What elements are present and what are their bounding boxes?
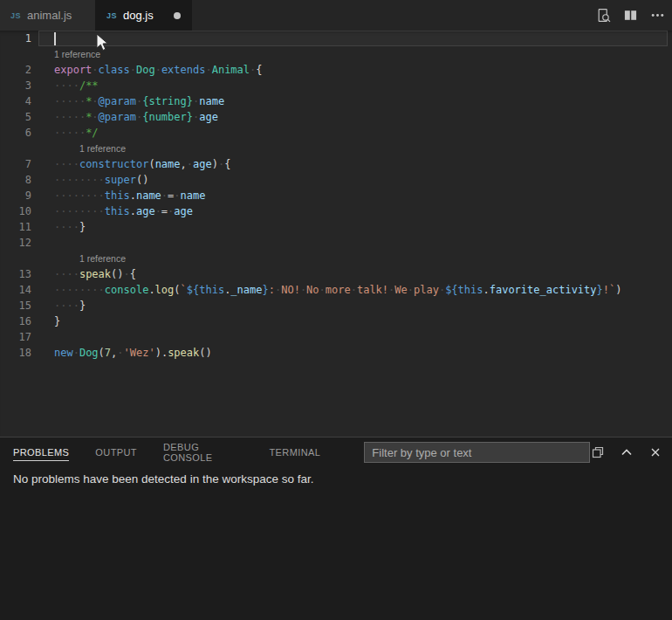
whitespace-dots: ····· [54, 127, 86, 139]
tab-animal-js[interactable]: JS animal.js [0, 0, 96, 31]
tab-dog-js[interactable]: JS dog.js [96, 0, 192, 31]
line-number[interactable]: 10 [0, 203, 38, 219]
code-line[interactable]: 5·····*·@param·{number}·age [0, 109, 672, 125]
code-line[interactable]: 15····} [0, 298, 672, 313]
line-number[interactable]: 4 [0, 93, 38, 109]
panel-tab-output[interactable]: OUTPUT [95, 444, 137, 461]
whitespace-dots: · [92, 64, 98, 76]
more-actions-icon[interactable] [649, 8, 665, 24]
panel-tab-debug-console[interactable]: DEBUG CONSOLE [163, 438, 243, 466]
code-token: speak [168, 347, 199, 359]
code-content: ········super() [38, 172, 672, 188]
line-number[interactable]: 16 [0, 313, 38, 329]
code-token: @param [99, 111, 136, 123]
code-line[interactable]: 8········super() [0, 172, 672, 188]
modified-dot-icon[interactable] [174, 12, 181, 19]
code-line[interactable]: 18new·Dog(7,·'Wez').speak() [0, 345, 672, 361]
code-token: _name [230, 284, 262, 296]
code-token: age [199, 111, 218, 123]
code-token: Animal [212, 64, 250, 76]
panel-actions [590, 444, 672, 460]
code-line[interactable]: 4·····*·@param·{string}·name [0, 93, 672, 109]
code-line[interactable]: 13····speak()·{ [0, 266, 672, 282]
code-line[interactable]: 6·····*/ [0, 125, 672, 141]
panel-header: PROBLEMS OUTPUT DEBUG CONSOLE TERMINAL [0, 437, 672, 467]
code-token: () [136, 174, 148, 186]
code-content [38, 329, 672, 345]
code-token: ( [99, 347, 105, 359]
code-token: this [199, 284, 224, 296]
line-number[interactable]: 8 [0, 172, 38, 188]
line-number[interactable]: 18 [0, 345, 38, 361]
code-line[interactable]: 2export·class·Dog·extends·Animal·{ [0, 62, 672, 78]
code-content: ·····*/ [38, 125, 672, 141]
code-token: log [155, 284, 175, 296]
line-number[interactable]: 15 [0, 298, 38, 313]
line-number[interactable]: 7 [0, 156, 38, 172]
line-number[interactable]: 6 [0, 125, 38, 141]
code-token: . [130, 189, 136, 202]
code-token: name [136, 189, 161, 202]
line-number[interactable]: 5 [0, 109, 38, 125]
code-token: {string} [142, 95, 193, 107]
code-line[interactable]: 14········console.log(`${this._name}:·NO… [0, 282, 672, 298]
line-number [0, 251, 38, 266]
code-token: play [414, 284, 439, 296]
code-token: name [181, 189, 206, 202]
code-line[interactable]: 9········this.name·=·name [0, 188, 672, 203]
code-content: } [38, 313, 672, 329]
code-token: !` [603, 284, 615, 296]
code-line[interactable]: 16} [0, 313, 672, 329]
code-content: ····speak()·{ [38, 266, 672, 282]
code-content: 1 reference [38, 251, 672, 266]
code-token: { [256, 64, 262, 76]
code-token: name [155, 158, 181, 170]
code-token: {number} [142, 111, 193, 123]
whitespace-dots: · [174, 189, 180, 202]
code-editor[interactable]: 11 reference2export·class·Dog·extends·An… [0, 31, 672, 437]
code-content: 1 reference [38, 141, 672, 156]
code-line[interactable]: 10········this.age·=·age [0, 203, 672, 219]
code-token: } [597, 284, 603, 296]
code-token: , [181, 158, 187, 170]
collapse-all-icon[interactable] [590, 444, 606, 460]
line-number[interactable]: 9 [0, 188, 38, 203]
whitespace-dots: · [155, 205, 161, 217]
code-token: We [394, 284, 407, 296]
line-number[interactable]: 1 [0, 31, 38, 46]
split-editor-icon[interactable] [622, 8, 638, 24]
panel-tab-problems[interactable]: PROBLEMS [13, 444, 69, 461]
whitespace-dots: · [92, 95, 98, 107]
panel-tab-terminal[interactable]: TERMINAL [270, 444, 321, 461]
open-changes-icon[interactable] [595, 8, 611, 24]
line-number[interactable]: 17 [0, 329, 38, 345]
code-token: ${ [187, 284, 199, 296]
codelens-row: 1 reference [0, 141, 672, 156]
line-number[interactable]: 12 [0, 235, 38, 251]
code-token: ` [181, 284, 187, 296]
whitespace-dots: ···· [54, 268, 79, 280]
codelens-reference-link[interactable]: 1 reference [54, 46, 100, 62]
line-number[interactable]: 11 [0, 219, 38, 235]
codelens-reference-link[interactable]: 1 reference [79, 251, 126, 266]
line-number[interactable]: 3 [0, 78, 38, 93]
code-line[interactable]: 3····/** [0, 78, 672, 93]
close-panel-icon[interactable] [648, 444, 663, 460]
line-number[interactable]: 14 [0, 282, 38, 298]
code-token: name [199, 95, 224, 107]
code-content: ········this.age·=·age [38, 203, 672, 219]
code-token: } [54, 315, 60, 327]
code-line[interactable]: 11····} [0, 219, 672, 235]
line-number[interactable]: 2 [0, 62, 38, 78]
code-line[interactable]: 7····constructor(name,·age)·{ [0, 156, 672, 172]
whitespace-dots: ········ [54, 174, 105, 186]
line-number[interactable]: 13 [0, 266, 38, 282]
codelens-reference-link[interactable]: 1 reference [79, 141, 126, 156]
code-line[interactable]: 17 [0, 329, 672, 345]
problems-filter-input[interactable] [364, 442, 590, 463]
code-token: this [105, 205, 130, 217]
code-token: ) [212, 158, 218, 170]
code-line[interactable]: 12 [0, 235, 672, 251]
maximize-panel-icon[interactable] [619, 444, 634, 460]
whitespace-dots: ···· [54, 158, 79, 170]
